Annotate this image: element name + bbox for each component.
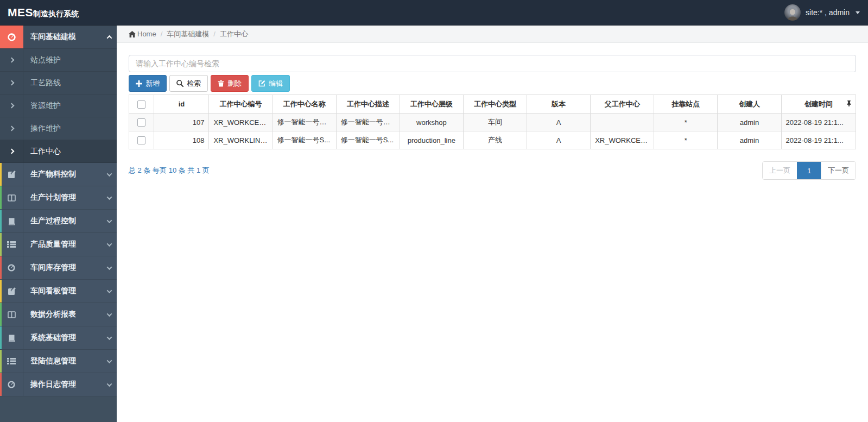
breadcrumb-home[interactable]: Home	[129, 30, 156, 38]
table-row[interactable]: 107 XR_WORKCEN... 修一智能一号车间 修一智能一号车间 work…	[129, 114, 856, 131]
dashboard-icon	[7, 380, 16, 389]
chevron-down-icon	[102, 163, 117, 186]
chevron-down-icon	[102, 326, 117, 349]
row-checkbox[interactable]	[137, 136, 145, 144]
search-button[interactable]: 检索	[169, 75, 208, 92]
chevron-down-icon	[102, 303, 117, 326]
home-icon	[129, 31, 136, 37]
search-input[interactable]	[129, 55, 856, 72]
trash-icon	[218, 80, 224, 87]
app-logo: MES制造执行系统	[8, 6, 79, 19]
col-created-time[interactable]: 创建时间	[781, 95, 856, 114]
sidebar-subitem-operation-maintenance[interactable]: 操作维护	[0, 117, 117, 140]
sidebar-subitem-site-maintenance[interactable]: 站点维护	[0, 49, 117, 72]
user-menu[interactable]: site:* , admin	[784, 4, 860, 21]
chevron-right-icon	[0, 95, 23, 117]
sidebar-item-plan-management[interactable]: 生产计划管理	[0, 186, 117, 210]
col-description[interactable]: 工作中心描述	[336, 95, 400, 114]
page-1-button[interactable]: 1	[797, 162, 821, 179]
caret-down-icon	[856, 11, 860, 14]
sidebar-item-workshop-modeling[interactable]: 车间基础建模	[0, 26, 117, 49]
chevron-up-icon	[102, 26, 117, 48]
col-type[interactable]: 工作中心类型	[463, 95, 527, 114]
search-icon	[176, 80, 183, 87]
work-center-table: id 工作中心编号 工作中心名称 工作中心描述 工作中心层级 工作中心类型 版本…	[129, 95, 856, 149]
user-avatar	[784, 4, 801, 21]
list-icon	[7, 241, 16, 248]
chevron-right-icon	[0, 140, 23, 162]
user-label: site:* , admin	[806, 8, 850, 17]
sidebar-subitem-resource-maintenance[interactable]: 资源维护	[0, 95, 117, 117]
chevron-right-icon	[0, 72, 23, 94]
top-bar: MES制造执行系统 site:* , admin	[0, 0, 868, 26]
breadcrumb: Home / 车间基础建模 / 工作中心	[117, 26, 868, 43]
col-code[interactable]: 工作中心编号	[209, 95, 273, 114]
delete-button[interactable]: 删除	[211, 75, 249, 92]
sidebar-item-quality-management[interactable]: 产品质量管理	[0, 233, 117, 256]
col-site[interactable]: 挂靠站点	[654, 95, 718, 114]
chevron-down-icon	[102, 350, 117, 373]
col-name[interactable]: 工作中心名称	[273, 95, 336, 114]
sidebar-item-material-control[interactable]: 生产物料控制	[0, 163, 117, 186]
edit-icon	[258, 80, 265, 87]
toolbar: 新增 检索 删除 编辑	[129, 75, 856, 92]
col-id[interactable]: id	[154, 95, 209, 114]
table-row[interactable]: 108 XR_WORKLINE... 修一智能一号S... 修一智能一号S...…	[129, 131, 856, 149]
add-button[interactable]: 新增	[129, 75, 167, 92]
sidebar-submenu: 站点维护 工艺路线 资源维护 操作维护 工作中心	[0, 49, 117, 163]
sidebar: 车间基础建模 站点维护 工艺路线 资源维护 操作维护 工作中心	[0, 26, 117, 422]
breadcrumb-level2: 工作中心	[220, 29, 248, 39]
plus-icon	[136, 80, 142, 87]
sidebar-item-system-management[interactable]: 系统基础管理	[0, 326, 117, 350]
sidebar-item-kanban-management[interactable]: 车间看板管理	[0, 280, 117, 303]
chevron-down-icon	[102, 280, 117, 303]
col-version[interactable]: 版本	[527, 95, 591, 114]
dashboard-icon	[7, 33, 16, 42]
edit-button[interactable]: 编辑	[251, 75, 290, 92]
chevron-right-icon	[0, 49, 23, 71]
sidebar-item-process-control[interactable]: 生产过程控制	[0, 210, 117, 233]
col-creator[interactable]: 创建人	[718, 95, 781, 114]
sidebar-subitem-process-route[interactable]: 工艺路线	[0, 72, 117, 95]
list-icon	[7, 357, 16, 365]
table-header-row: id 工作中心编号 工作中心名称 工作中心描述 工作中心层级 工作中心类型 版本…	[129, 95, 856, 114]
pager: 上一页 1 下一页	[762, 161, 856, 180]
sidebar-item-label: 车间基础建模	[23, 26, 102, 48]
next-page-button[interactable]: 下一页	[821, 162, 856, 179]
pagination-summary: 总 2 条 每页 10 条 共 1 页	[129, 166, 210, 175]
prev-page-button[interactable]: 上一页	[763, 162, 797, 179]
sidebar-subitem-work-center[interactable]: 工作中心	[0, 140, 117, 163]
chevron-down-icon	[102, 256, 117, 279]
content-area: Home / 车间基础建模 / 工作中心 新增 检索 删除	[117, 26, 868, 422]
pin-icon[interactable]	[846, 100, 852, 108]
breadcrumb-separator: /	[161, 30, 163, 38]
sidebar-item-operation-log-management[interactable]: 操作日志管理	[0, 373, 117, 396]
book-icon	[8, 334, 16, 342]
chevron-down-icon	[102, 233, 117, 256]
sidebar-item-analytics-reports[interactable]: 数据分析报表	[0, 303, 117, 326]
chevron-down-icon	[102, 373, 117, 396]
columns-icon	[8, 194, 16, 202]
select-all-checkbox[interactable]	[137, 100, 145, 109]
brand-mes: MES	[8, 6, 33, 18]
book-icon	[8, 217, 16, 225]
col-parent[interactable]: 父工作中心	[591, 95, 654, 114]
sidebar-item-inventory-management[interactable]: 车间库存管理	[0, 256, 117, 280]
col-level[interactable]: 工作中心层级	[400, 95, 463, 114]
brand-subtitle: 制造执行系统	[33, 9, 79, 18]
pagination-bar: 总 2 条 每页 10 条 共 1 页 上一页 1 下一页	[129, 161, 856, 180]
chevron-down-icon	[102, 210, 117, 232]
chevron-down-icon	[102, 186, 117, 209]
pencil-square-icon	[8, 171, 16, 179]
breadcrumb-level1[interactable]: 车间基础建模	[167, 29, 209, 39]
chevron-right-icon	[0, 117, 23, 140]
dashboard-icon	[7, 263, 16, 272]
columns-icon	[8, 311, 16, 319]
pencil-square-icon	[8, 287, 16, 295]
breadcrumb-separator: /	[213, 30, 216, 38]
person-icon	[784, 5, 801, 21]
sidebar-item-login-info-management[interactable]: 登陆信息管理	[0, 350, 117, 373]
row-checkbox[interactable]	[137, 118, 145, 127]
